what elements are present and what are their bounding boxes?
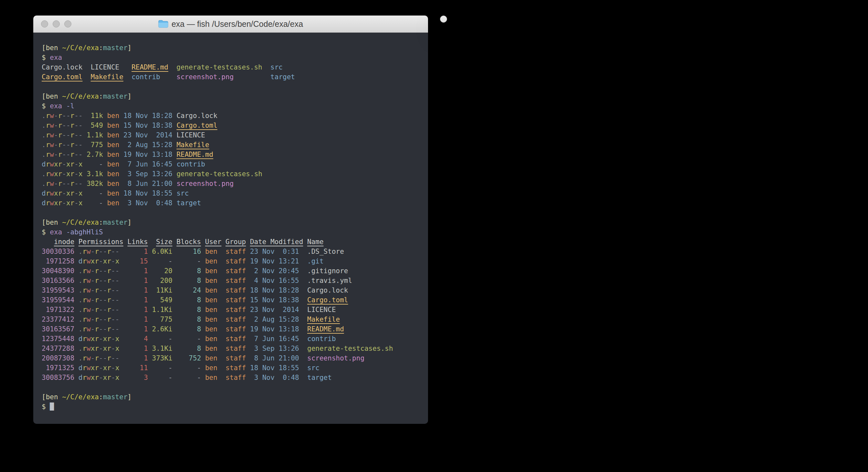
permission-char: - bbox=[74, 131, 79, 139]
permission-char: r bbox=[58, 189, 62, 197]
permission-char: - bbox=[79, 112, 83, 120]
permission-char: d bbox=[42, 160, 46, 168]
titlebar[interactable]: exa — fish /Users/ben/Code/exa/exa bbox=[33, 16, 428, 33]
terminal-text-segment bbox=[173, 112, 177, 120]
terminal-text-segment: 19 Nov 13:18 bbox=[123, 151, 173, 158]
terminal-line: 31959544 .rw-r--r-- 1 549 8 ben staff 15… bbox=[42, 295, 420, 305]
permission-char: . bbox=[79, 316, 83, 323]
permission-char: - bbox=[99, 345, 103, 352]
permission-char: - bbox=[91, 306, 95, 314]
permission-char: - bbox=[62, 180, 66, 187]
terminal-text-segment: 15 Nov 18:38 bbox=[123, 122, 173, 129]
terminal-text-segment bbox=[262, 63, 270, 71]
terminal-text-segment bbox=[201, 257, 205, 265]
terminal-text-segment bbox=[234, 73, 270, 81]
permission-char: x bbox=[103, 257, 107, 265]
permission-char: r bbox=[95, 325, 99, 333]
terminal-text-segment bbox=[173, 345, 177, 352]
permission-char: x bbox=[115, 364, 120, 372]
terminal-text-segment: ben bbox=[107, 112, 119, 120]
terminal-text-segment: ben bbox=[107, 122, 119, 129]
terminal-text-segment bbox=[299, 296, 307, 304]
terminal-text-segment bbox=[246, 354, 250, 362]
terminal-text-segment bbox=[103, 122, 107, 129]
terminal-text-segment bbox=[221, 238, 225, 246]
terminal-text-segment bbox=[119, 335, 127, 343]
terminal-text-segment bbox=[148, 335, 152, 343]
terminal-text-segment: README.md bbox=[307, 325, 344, 333]
permission-char: x bbox=[103, 345, 107, 352]
terminal-text-segment: ben bbox=[107, 170, 119, 178]
terminal-text-segment: 23 Nov 2014 bbox=[123, 131, 173, 139]
terminal-text-segment bbox=[246, 306, 250, 314]
terminal-text-segment bbox=[74, 277, 79, 285]
terminal-line: 1971322 .rw-r--r-- 1 1.1Ki 8 ben staff 2… bbox=[42, 305, 420, 315]
permission-char: - bbox=[115, 267, 120, 275]
permission-char: - bbox=[115, 248, 120, 256]
permission-char: . bbox=[79, 287, 83, 294]
terminal-text-segment bbox=[173, 335, 177, 343]
permission-char: . bbox=[42, 141, 46, 149]
terminal-text-segment: 4 Nov 16:55 bbox=[250, 277, 299, 285]
terminal-text-segment: ben staff bbox=[205, 306, 246, 314]
terminal-line: 30163567 .rw-r--r-- 1 2.6Ki 8 ben staff … bbox=[42, 324, 420, 334]
zoom-button[interactable] bbox=[64, 20, 71, 28]
terminal-text-segment: 23377412 bbox=[42, 316, 74, 323]
permission-char: - bbox=[115, 287, 120, 294]
terminal-text-segment bbox=[74, 296, 79, 304]
terminal-text-segment bbox=[74, 257, 79, 265]
terminal-text-segment bbox=[83, 160, 87, 168]
terminal-screen[interactable]: [ben ~/C/e/exa:master]$ exaCargo.lock LI… bbox=[33, 33, 428, 424]
terminal-text-segment bbox=[119, 345, 127, 352]
close-button[interactable] bbox=[41, 20, 48, 28]
permission-char: - bbox=[111, 335, 115, 343]
permission-char: r bbox=[58, 160, 62, 168]
terminal-text-segment bbox=[173, 257, 177, 265]
terminal-text-segment bbox=[119, 160, 123, 168]
minimize-button[interactable] bbox=[53, 20, 60, 28]
permission-char: - bbox=[74, 199, 79, 207]
titlebar[interactable]: exa — fish /Users/ben/Code/exa/exa bbox=[440, 16, 447, 23]
terminal-text-segment bbox=[119, 296, 127, 304]
permission-char: - bbox=[54, 151, 58, 158]
terminal-line: 20087308 .rw-r--r-- 1 373Ki 752 ben staf… bbox=[42, 353, 420, 363]
permission-char: - bbox=[74, 170, 79, 178]
terminal-text-segment bbox=[201, 345, 205, 352]
permission-char: r bbox=[107, 267, 111, 275]
terminal-text-segment bbox=[148, 306, 152, 314]
terminal-text-segment: 19 Nov 13:18 bbox=[250, 325, 299, 333]
terminal-text-segment: ben staff bbox=[205, 316, 246, 323]
terminal-text-segment: 24377288 bbox=[42, 345, 74, 352]
terminal-text-segment: 200 bbox=[152, 277, 173, 285]
terminal-line: inode Permissions Links Size Blocks User… bbox=[42, 237, 420, 247]
terminal-text-segment bbox=[119, 131, 123, 139]
terminal-text-segment: 6.0Ki bbox=[152, 248, 173, 256]
terminal-text-segment: 23 Nov 0:31 bbox=[250, 248, 299, 256]
permission-char: r bbox=[82, 364, 87, 372]
permission-char: - bbox=[91, 316, 95, 323]
permission-char: r bbox=[70, 122, 74, 129]
permission-char: r bbox=[82, 287, 87, 294]
terminal-text-segment: contrib bbox=[131, 73, 160, 81]
permission-char: r bbox=[107, 248, 111, 256]
terminal-text-segment: Cargo.lock LICENCE bbox=[42, 63, 131, 71]
terminal-text-segment: 11Ki bbox=[152, 287, 173, 294]
permission-char: - bbox=[66, 151, 70, 158]
terminal-text-segment: 8 Jun 21:00 bbox=[123, 180, 173, 187]
terminal-text-segment: 30163566 bbox=[42, 277, 74, 285]
terminal-text-segment: ben staff bbox=[205, 287, 246, 294]
terminal-line: .rw-r--r-- 2.7k ben 19 Nov 13:18 README.… bbox=[42, 150, 420, 159]
permission-char: - bbox=[111, 316, 115, 323]
terminal-text-segment bbox=[246, 374, 250, 382]
permission-char: - bbox=[62, 160, 66, 168]
terminal-text-segment: - bbox=[152, 374, 173, 382]
permission-char: - bbox=[79, 180, 83, 187]
terminal-text-segment: 20087308 bbox=[42, 354, 74, 362]
permission-char: x bbox=[103, 335, 107, 343]
permission-char: r bbox=[82, 248, 87, 256]
terminal-text-segment: - bbox=[87, 160, 103, 168]
terminal-text-segment bbox=[148, 345, 152, 352]
permission-char: w bbox=[87, 364, 91, 372]
terminal-text-segment bbox=[83, 189, 87, 197]
terminal-text-segment bbox=[299, 277, 307, 285]
